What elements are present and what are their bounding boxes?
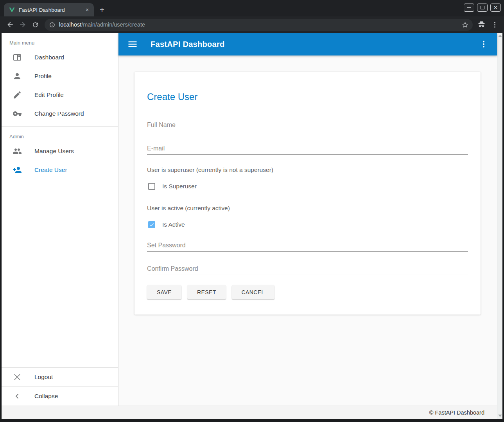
new-tab-button[interactable]: +: [97, 5, 107, 15]
is-active-checkbox-row[interactable]: Is Active: [147, 221, 468, 228]
sidebar-item-label: Create User: [34, 166, 67, 173]
page-title: Create User: [147, 91, 468, 102]
close-icon[interactable]: ✕: [490, 4, 501, 12]
browser-tab[interactable]: FastAPI Dashboard ×: [4, 3, 94, 16]
forward-icon[interactable]: [16, 18, 29, 31]
save-button[interactable]: SAVE: [147, 285, 181, 299]
tab-strip: FastAPI Dashboard × + ✕: [0, 0, 504, 16]
tab-close-icon[interactable]: ×: [84, 6, 91, 13]
appbar-menu-icon[interactable]: [479, 39, 488, 49]
key-icon: [13, 109, 22, 118]
person-add-icon: [13, 165, 22, 175]
sidebar-item-manage-users[interactable]: Manage Users: [2, 142, 118, 161]
people-icon: [13, 147, 22, 156]
sidebar-item-label: Dashboard: [34, 54, 64, 61]
bookmark-star-icon[interactable]: [461, 21, 469, 29]
back-icon[interactable]: [4, 18, 16, 31]
email-field[interactable]: [147, 145, 468, 155]
url-host: localhost: [59, 21, 81, 28]
scroll-down-icon[interactable]: [498, 415, 502, 417]
page-scrollbar[interactable]: [497, 33, 502, 419]
incognito-icon: [477, 21, 486, 29]
form-actions: SAVE RESET CANCEL: [147, 285, 468, 299]
sidebar-item-label: Edit Profile: [34, 91, 64, 98]
sidebar-item-change-password[interactable]: Change Password: [2, 104, 118, 123]
maximize-icon[interactable]: [477, 4, 488, 12]
superuser-hint: User is superuser (currently is not a su…: [147, 166, 468, 173]
full-name-field[interactable]: [147, 122, 468, 131]
sidebar-item-label: Collapse: [34, 393, 58, 400]
app-window: Main menu Dashboard Profile Edit Profile: [2, 33, 497, 419]
hamburger-menu-icon[interactable]: [127, 39, 138, 50]
browser-menu-icon[interactable]: [491, 21, 499, 29]
app-bar: FastAPI Dashboard: [118, 33, 497, 55]
url-path: /main/admin/users/create: [81, 21, 145, 28]
toolbar-right: [477, 21, 499, 29]
window-controls: ✕: [464, 4, 501, 12]
scroll-up-icon[interactable]: [498, 35, 502, 37]
person-icon: [13, 72, 22, 81]
checkbox-unchecked-icon[interactable]: [148, 183, 155, 190]
url-text: localhost/main/admin/users/create: [59, 21, 461, 28]
cancel-button[interactable]: CANCEL: [232, 285, 274, 299]
confirm-password-field[interactable]: [147, 266, 468, 275]
reset-button[interactable]: RESET: [187, 285, 226, 299]
minimize-icon[interactable]: [464, 4, 474, 12]
site-info-icon[interactable]: [49, 22, 55, 28]
page-body: Create User User is superuser (currently…: [118, 55, 497, 406]
pencil-icon: [13, 90, 22, 100]
sidebar-item-create-user[interactable]: Create User: [2, 161, 118, 179]
vue-logo-favicon: [9, 7, 15, 13]
checkbox-checked-icon[interactable]: [148, 221, 155, 228]
sidebar-item-logout[interactable]: Logout: [2, 368, 118, 386]
close-x-icon: [13, 372, 22, 382]
active-hint: User is active (currently active): [147, 205, 468, 212]
sidebar-item-label: Profile: [34, 73, 52, 80]
footer: © FastAPI Dashboard: [2, 406, 497, 419]
sidebar: Main menu Dashboard Profile Edit Profile: [2, 33, 118, 406]
sidebar-section-main-menu: Main menu: [2, 33, 118, 48]
dashboard-icon: [13, 53, 22, 62]
browser-toolbar: localhost/main/admin/users/create: [0, 16, 504, 33]
reload-icon[interactable]: [29, 18, 41, 31]
sidebar-item-collapse[interactable]: Collapse: [2, 387, 118, 406]
sidebar-item-edit-profile[interactable]: Edit Profile: [2, 86, 118, 104]
appbar-title: FastAPI Dashboard: [151, 40, 225, 49]
set-password-field[interactable]: [147, 242, 468, 252]
sidebar-item-label: Manage Users: [34, 148, 74, 155]
checkbox-label: Is Active: [162, 221, 185, 228]
main-content: FastAPI Dashboard Create User User is su…: [118, 33, 497, 406]
sidebar-item-dashboard[interactable]: Dashboard: [2, 48, 118, 67]
sidebar-item-profile[interactable]: Profile: [2, 67, 118, 86]
sidebar-item-label: Change Password: [34, 110, 84, 117]
tab-title: FastAPI Dashboard: [19, 7, 84, 13]
browser-chrome: FastAPI Dashboard × + ✕ localhost/main/a…: [0, 0, 504, 33]
sidebar-item-label: Logout: [34, 374, 53, 381]
address-bar[interactable]: localhost/main/admin/users/create: [45, 19, 473, 31]
is-superuser-checkbox-row[interactable]: Is Superuser: [147, 183, 468, 190]
checkbox-label: Is Superuser: [162, 183, 197, 190]
chevron-left-icon: [13, 392, 22, 401]
create-user-card: Create User User is superuser (currently…: [135, 72, 481, 315]
sidebar-section-admin: Admin: [2, 127, 118, 142]
footer-text: © FastAPI Dashboard: [429, 409, 484, 416]
